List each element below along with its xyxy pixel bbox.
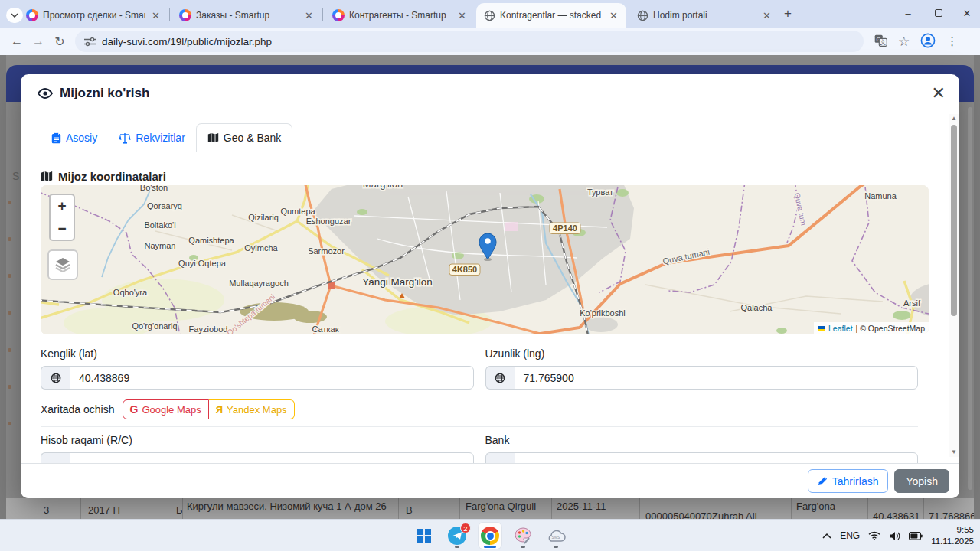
page-edge-right	[974, 55, 980, 519]
volume-icon[interactable]	[889, 531, 900, 541]
scroll-down-arrow[interactable]: ▼	[949, 448, 959, 457]
tab-geo-bank[interactable]: Geo & Bank	[196, 123, 293, 152]
taskbar-clock[interactable]: 9:55 11.11.2025	[931, 524, 974, 547]
browser-tabstrip: Просмотр сделки - Smartup ✕ Заказы - Sma…	[0, 0, 980, 28]
scrollbar-thumb[interactable]	[951, 125, 957, 316]
paint-taskbar-icon[interactable]	[511, 523, 534, 549]
leaflet-link[interactable]: Leaflet	[828, 324, 853, 333]
translate-icon[interactable]: G文	[874, 34, 887, 49]
modal-body: Asosiy Rekvizitlar Geo & Bank Mijoz koor…	[21, 112, 949, 463]
zoom-in-button[interactable]: +	[51, 195, 74, 217]
map-place-label: Namuna	[864, 191, 897, 201]
close-button[interactable]: Yopish	[894, 469, 949, 493]
map-attribution: Leaflet | © OpenStreetMap	[814, 322, 929, 334]
tab-close-icon[interactable]: ✕	[456, 10, 469, 21]
reload-button[interactable]: ↻	[49, 34, 70, 49]
lat-input[interactable]: 40.438869	[70, 366, 474, 390]
map-place-label: Qumtepa	[280, 207, 315, 216]
back-button[interactable]: ←	[6, 34, 28, 48]
map-zoom-control: + −	[49, 194, 75, 241]
background-row-icon	[8, 201, 11, 204]
tab-title: Контрагенты - Smartup	[349, 10, 451, 21]
url-text[interactable]: daily-suvi.com/19l/public/mijozlar.php	[102, 36, 272, 47]
tab-close-icon[interactable]: ✕	[760, 10, 773, 21]
tray-time: 9:55	[931, 524, 974, 536]
address-bar[interactable]: daily-suvi.com/19l/public/mijozlar.php	[75, 31, 864, 52]
cloud-taskbar-icon[interactable]: SMS	[544, 523, 567, 549]
google-maps-button[interactable]: G Google Maps	[122, 399, 209, 419]
lng-input[interactable]: 71.765900	[514, 366, 919, 390]
map-place-label: Oqbo'yra	[113, 288, 148, 297]
background-row-icon	[8, 274, 11, 278]
tab-close-icon[interactable]: ✕	[607, 10, 620, 21]
tab-title: Просмотр сделки - Smartup	[43, 10, 145, 21]
browser-tab-3[interactable]: Контрагенты - Smartup ✕	[325, 3, 475, 28]
window-close-button[interactable]: ✕	[952, 0, 980, 26]
screen: Просмотр сделки - Smartup ✕ Заказы - Sma…	[0, 0, 980, 551]
browser-tab-2[interactable]: Заказы - Smartup ✕	[172, 3, 322, 28]
svg-text:SMS: SMS	[552, 535, 561, 540]
zoom-out-button[interactable]: −	[51, 217, 74, 240]
bg-cell: 2017 П	[88, 504, 120, 516]
profile-avatar-icon[interactable]	[920, 33, 936, 51]
browser-tab-active[interactable]: Kontragentlar — stacked moda ✕	[476, 3, 626, 28]
map-layers-button[interactable]	[47, 249, 78, 280]
bookmark-star-icon[interactable]: ☆	[898, 34, 910, 50]
map-place-label: Турват	[587, 187, 613, 197]
tab-divider	[169, 8, 170, 21]
forward-button[interactable]: →	[28, 34, 49, 48]
site-settings-icon[interactable]	[84, 37, 96, 47]
tab-close-icon[interactable]: ✕	[302, 10, 315, 21]
pencil-icon	[818, 476, 828, 486]
lng-label: Uzunlik (lng)	[485, 347, 919, 361]
map-place-label: Sarmozor	[308, 246, 345, 256]
tab-title: Заказы - Smartup	[196, 10, 298, 21]
map-icon	[207, 132, 219, 143]
background-row-icon	[8, 422, 11, 425]
window-restore-button[interactable]	[923, 0, 954, 26]
account-input[interactable]	[70, 452, 474, 463]
globe-icon	[41, 366, 70, 390]
paint-icon	[514, 527, 532, 545]
browser-tab-1[interactable]: Просмотр сделки - Smartup ✕	[18, 3, 168, 28]
edit-button[interactable]: Tahrirlash	[808, 469, 889, 493]
cloud-icon: SMS	[546, 529, 566, 543]
tab-asosiy[interactable]: Asosiy	[41, 123, 108, 152]
running-indicator	[455, 546, 459, 548]
wifi-icon[interactable]	[868, 531, 880, 540]
battery-icon[interactable]	[909, 532, 923, 540]
tab-close-icon[interactable]: ✕	[149, 10, 162, 21]
map-place-label: Qizilariq	[248, 213, 279, 222]
telegram-taskbar-icon[interactable]: 2	[446, 523, 469, 549]
modal-scrollbar[interactable]: ▲ ▼	[949, 114, 959, 457]
leaflet-map[interactable]: Marg'ilonBo'stonQoraaryqQizilariqQumtepa…	[41, 185, 929, 334]
bank-icon	[485, 452, 514, 463]
bank-input[interactable]	[514, 452, 919, 463]
restore-icon	[935, 9, 942, 17]
map-place-label: Qalacha	[741, 303, 773, 312]
scroll-up-arrow[interactable]: ▲	[949, 114, 959, 123]
bg-cell: 3	[44, 504, 49, 516]
browser-tab-5[interactable]: Hodim portali ✕	[629, 3, 779, 28]
page-edge-left	[0, 55, 6, 519]
tray-expand-icon[interactable]	[822, 533, 831, 539]
map-place-label: Yangi Marg'ilon	[362, 276, 433, 288]
chrome-taskbar-icon[interactable]	[479, 523, 501, 549]
new-tab-button[interactable]: +	[784, 6, 792, 21]
bg-cell: Farg'ona Qirguli	[466, 500, 536, 512]
browser-menu-icon[interactable]: ⋮	[946, 34, 958, 48]
start-button[interactable]	[413, 523, 436, 549]
yandex-ya-icon: Я	[216, 404, 223, 416]
smartup-favicon	[179, 9, 191, 21]
open-on-map-label: Xaritada ochish	[41, 403, 115, 416]
yandex-maps-button[interactable]: Я Yandex Maps	[209, 399, 295, 419]
osm-attribution[interactable]: | © OpenStreetMap	[856, 324, 925, 333]
modal-header: Mijozni ko'rish ✕	[21, 74, 959, 112]
map-place-label: Mullaqayragoch	[229, 279, 289, 288]
language-indicator[interactable]: ENG	[840, 530, 860, 541]
window-minimize-button[interactable]: –	[893, 0, 923, 26]
tab-rekvizitlar[interactable]: Rekvizitlar	[108, 123, 196, 152]
map-place-label: Marg'ilon	[363, 185, 403, 190]
background-partial-text: S	[12, 170, 19, 182]
modal-close-icon[interactable]: ✕	[932, 85, 946, 102]
